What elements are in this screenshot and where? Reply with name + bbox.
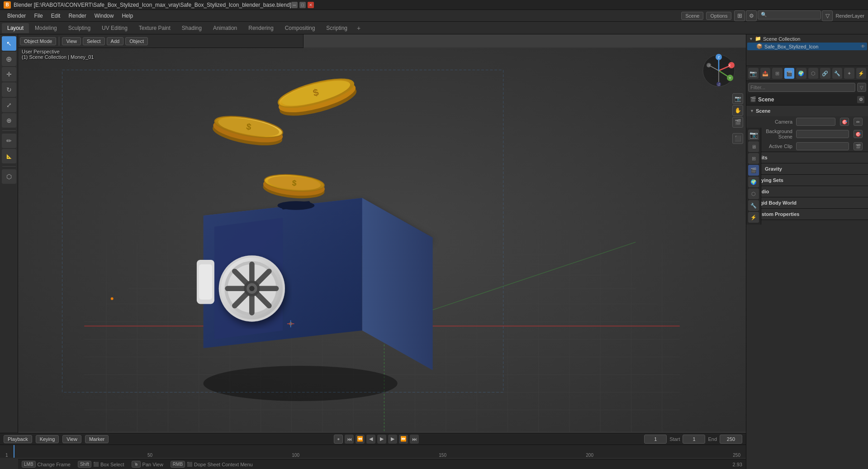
movie-clip-btn[interactable]: 🎬 bbox=[732, 117, 743, 128]
object-mode-dropdown[interactable]: Object Mode bbox=[20, 37, 56, 45]
properties-icon[interactable]: ⚙ bbox=[746, 10, 757, 21]
timeline-playback-menu[interactable]: Playback bbox=[4, 435, 32, 443]
add-workspace-button[interactable]: + bbox=[353, 23, 364, 34]
menu-edit[interactable]: Edit bbox=[47, 12, 64, 20]
physics-props-icon[interactable]: ⚡ bbox=[748, 212, 759, 223]
custom-properties-header[interactable]: ▶ Custom Properties bbox=[746, 209, 868, 220]
scene-section-header[interactable]: ▼ Scene bbox=[746, 105, 868, 116]
prop-world-icon[interactable]: 🌍 bbox=[796, 68, 806, 79]
add-menu[interactable]: Add bbox=[107, 37, 124, 45]
props-filter-btn[interactable]: ▽ bbox=[857, 83, 866, 92]
outliner-item-safe-box[interactable]: 📦 Safe_Box_Stylized_Icon 👁 bbox=[747, 43, 867, 50]
gravity-section-header[interactable]: ▶ ✓ Gravity bbox=[746, 163, 868, 174]
end-frame-input[interactable]: 250 bbox=[720, 435, 742, 444]
tab-texture-paint[interactable]: Texture Paint bbox=[133, 23, 176, 33]
play-btn[interactable]: ▶ bbox=[377, 435, 386, 444]
camera-view-btn[interactable]: 📷 bbox=[732, 93, 743, 104]
options-button[interactable]: Options bbox=[706, 12, 731, 20]
prop-constraints-icon[interactable]: 🔗 bbox=[820, 68, 830, 79]
render-display-btn[interactable]: ⬛ bbox=[732, 133, 743, 144]
camera-picker-btn[interactable]: 🎯 bbox=[840, 118, 849, 126]
tab-animation[interactable]: Animation bbox=[208, 23, 242, 33]
scene-props-icon[interactable]: 🎬 bbox=[748, 165, 759, 176]
3d-viewport[interactable]: User Perspective (1) Scene Collection | … bbox=[18, 34, 746, 433]
prop-render-icon[interactable]: 📷 bbox=[748, 68, 759, 79]
tab-rendering[interactable]: Rendering bbox=[243, 23, 279, 33]
rotate-tool-button[interactable]: ↻ bbox=[2, 82, 16, 97]
search-box[interactable]: 🔍 bbox=[758, 10, 821, 19]
menu-file[interactable]: File bbox=[30, 12, 46, 20]
prop-scene-icon[interactable]: 🎬 bbox=[784, 68, 795, 79]
tab-sculpting[interactable]: Sculpting bbox=[63, 23, 96, 33]
tab-compositing[interactable]: Compositing bbox=[280, 23, 321, 33]
camera-value[interactable] bbox=[796, 118, 835, 126]
viewlayer-props-icon[interactable]: ⊞ bbox=[748, 153, 759, 164]
menu-blender[interactable]: Blender bbox=[4, 12, 29, 20]
view-layer-icon[interactable]: ⊞ bbox=[734, 10, 745, 21]
prop-output-icon[interactable]: 📤 bbox=[760, 68, 771, 79]
annotate-tool-button[interactable]: ✏ bbox=[2, 134, 16, 148]
jump-start-btn[interactable]: ⏮ bbox=[345, 435, 354, 444]
cursor-tool-button[interactable]: ⊕ bbox=[2, 52, 16, 66]
scale-tool-button[interactable]: ⤢ bbox=[2, 98, 16, 112]
tab-shading[interactable]: Shading bbox=[176, 23, 207, 33]
extra-tool-button[interactable]: ⬡ bbox=[2, 169, 16, 184]
rigid-body-header[interactable]: ▶ Rigid Body World bbox=[746, 197, 868, 208]
start-frame-input[interactable]: 1 bbox=[683, 435, 705, 444]
prop-particles-icon[interactable]: ✦ bbox=[844, 68, 854, 79]
keying-sets-header[interactable]: ▶ Keying Sets bbox=[746, 175, 868, 186]
outliner-item-scene-collection[interactable]: ▼ 📁 Scene Collection bbox=[747, 35, 867, 43]
menu-window[interactable]: Window bbox=[91, 12, 118, 20]
select-tool-button[interactable]: ↖ bbox=[2, 36, 16, 51]
world-props-icon[interactable]: 🌍 bbox=[748, 177, 759, 187]
close-button[interactable]: ✕ bbox=[308, 2, 314, 8]
select-menu[interactable]: Select bbox=[83, 37, 105, 45]
move-tool-button[interactable]: ✛ bbox=[2, 67, 16, 81]
audio-section-header[interactable]: ▶ Audio bbox=[746, 186, 868, 197]
background-scene-value[interactable] bbox=[796, 130, 849, 138]
output-props-icon[interactable]: 🖥 bbox=[748, 141, 759, 152]
hand-tool-btn[interactable]: ✋ bbox=[732, 105, 743, 116]
prop-physics-icon[interactable]: ⚡ bbox=[856, 68, 867, 79]
minimize-button[interactable]: ─ bbox=[291, 2, 298, 8]
active-clip-value[interactable] bbox=[796, 142, 849, 150]
menu-help[interactable]: Help bbox=[118, 12, 137, 20]
bg-scene-picker-btn[interactable]: 🎯 bbox=[854, 130, 863, 138]
object-props-icon[interactable]: ⬡ bbox=[748, 188, 759, 199]
active-clip-picker-btn[interactable]: 🎬 bbox=[854, 142, 863, 150]
next-frame-btn[interactable]: ⏩ bbox=[399, 435, 408, 444]
tab-layout[interactable]: Layout bbox=[2, 23, 29, 33]
prev-frame-btn[interactable]: ⏪ bbox=[356, 435, 365, 444]
filter-icon[interactable]: ▽ bbox=[822, 10, 833, 21]
tab-uv-editing[interactable]: UV Editing bbox=[96, 23, 133, 33]
current-frame-input[interactable]: 1 bbox=[644, 435, 667, 444]
navigation-gizmo[interactable]: X -X Y Z -Z bbox=[701, 53, 737, 89]
jump-end-btn[interactable]: ⏭ bbox=[410, 435, 419, 444]
timeline-ruler[interactable]: 1 50 100 150 200 250 bbox=[0, 445, 746, 458]
camera-edit-btn[interactable]: ✏ bbox=[854, 118, 863, 126]
maximize-button[interactable]: □ bbox=[299, 2, 306, 8]
tab-scripting[interactable]: Scripting bbox=[321, 23, 353, 33]
transform-tool-button[interactable]: ⊕ bbox=[2, 113, 16, 128]
properties-search-input[interactable] bbox=[748, 83, 855, 92]
object-visibility-icon[interactable]: 👁 bbox=[861, 44, 865, 49]
object-menu[interactable]: Object bbox=[125, 37, 148, 45]
menu-render[interactable]: Render bbox=[65, 12, 90, 20]
tab-modeling[interactable]: Modeling bbox=[29, 23, 62, 33]
timeline-keying-menu[interactable]: Keying bbox=[36, 435, 59, 443]
prop-view-layer-icon[interactable]: ⊞ bbox=[772, 68, 783, 79]
prop-object-icon[interactable]: ⬡ bbox=[808, 68, 819, 79]
props-options-btn[interactable]: ⚙ bbox=[857, 96, 864, 103]
timeline-marker-menu[interactable]: Marker bbox=[85, 435, 109, 443]
measure-tool-button[interactable]: 📐 bbox=[2, 149, 16, 163]
units-section-header[interactable]: ▶ Units bbox=[746, 152, 868, 163]
next-keyframe-btn[interactable]: ▶ bbox=[388, 435, 397, 444]
prop-modifier-icon[interactable]: 🔧 bbox=[832, 68, 843, 79]
camera-label: Camera bbox=[752, 119, 792, 124]
timeline-view-menu[interactable]: View bbox=[62, 435, 81, 443]
modifier-props-icon[interactable]: 🔧 bbox=[748, 200, 759, 211]
prev-keyframe-btn[interactable]: ◀ bbox=[366, 435, 375, 444]
render-props-icon[interactable]: 📷 bbox=[748, 129, 759, 140]
scene-dropdown[interactable]: Scene bbox=[681, 12, 703, 20]
view-menu[interactable]: View bbox=[62, 37, 81, 45]
